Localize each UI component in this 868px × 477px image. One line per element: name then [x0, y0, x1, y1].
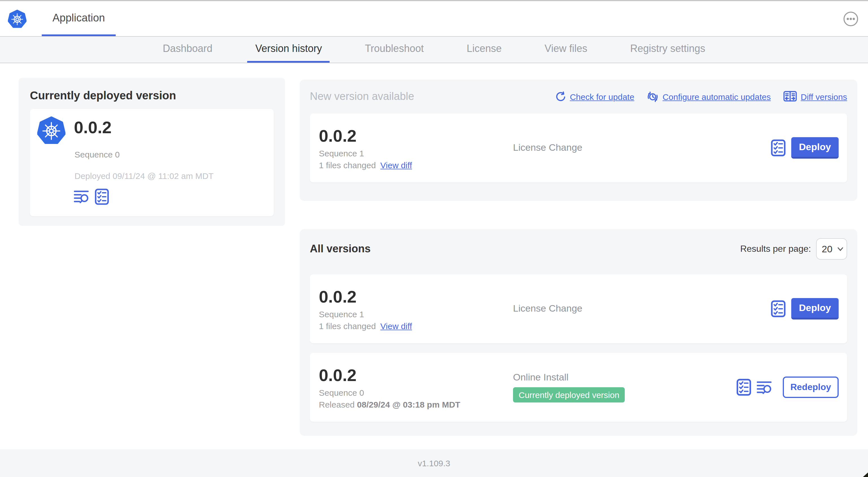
version-info: 0.0.2 Sequence 1 1 files changedView dif… [319, 287, 513, 330]
deploy-logs-button[interactable] [757, 380, 772, 394]
preflight-results-button[interactable] [771, 139, 785, 157]
tab-registry-settings[interactable]: Registry settings [622, 37, 713, 63]
checklist-icon [95, 188, 109, 205]
new-version-row: 0.0.2 Sequence 1 1 files changedView dif… [310, 114, 847, 182]
currently-deployed-title: Currently deployed version [30, 89, 274, 102]
deploy-button[interactable]: Deploy [791, 137, 839, 159]
check-for-update-link[interactable]: Check for update [555, 91, 634, 102]
new-version-title: New version available [310, 90, 414, 103]
deploy-button[interactable]: Deploy [791, 298, 839, 320]
deploy-logs-button[interactable] [74, 188, 89, 205]
footer: v1.109.3 [0, 449, 868, 477]
tab-troubleshoot[interactable]: Troubleshoot [357, 37, 432, 63]
preflight-results-button[interactable] [737, 378, 751, 396]
version-number: 0.0.2 [319, 126, 513, 145]
tab-version-history[interactable]: Version history [247, 37, 330, 63]
version-sequence: Sequence 1 [319, 148, 513, 158]
deployed-version-card: 0.0.2 Sequence 0 Deployed 09/11/24 @ 11:… [30, 109, 274, 216]
logs-icon [74, 190, 89, 204]
logs-icon [757, 380, 772, 394]
tab-dashboard[interactable]: Dashboard [155, 37, 220, 63]
schedule-clock-icon [647, 91, 659, 102]
checklist-icon [737, 378, 751, 396]
version-info: 0.0.2 Sequence 1 1 files changedView dif… [319, 126, 513, 170]
app-title: Application [53, 11, 105, 24]
app-tab-application[interactable]: Application [42, 1, 116, 36]
all-versions-title: All versions [310, 243, 371, 255]
version-source: License Change [513, 142, 582, 153]
diff-versions-link[interactable]: Diff versions [783, 91, 847, 102]
version-number: 0.0.2 [319, 287, 513, 306]
preflight-results-button[interactable] [771, 300, 785, 318]
diff-icon [783, 91, 797, 102]
results-per-page-label: Results per page: [740, 244, 811, 254]
view-diff-link[interactable]: View diff [380, 160, 412, 170]
refresh-icon [555, 91, 566, 102]
released-timestamp: Released 08/29/24 @ 03:18 pm MDT [319, 399, 513, 409]
files-changed: 1 files changedView diff [319, 321, 513, 330]
deployed-version-number: 0.0.2 [74, 118, 112, 137]
console-version: v1.109.3 [417, 458, 450, 468]
screen-corner-artifact [863, 473, 868, 477]
view-diff-link[interactable]: View diff [380, 321, 412, 330]
deployed-sequence: Sequence 0 [74, 150, 120, 159]
deployed-timestamp: Deployed 09/11/24 @ 11:02 am MDT [74, 171, 214, 181]
preflight-results-button[interactable] [95, 188, 109, 205]
checklist-icon [771, 139, 785, 157]
version-info: 0.0.2 Sequence 0 Released 08/29/24 @ 03:… [319, 365, 513, 409]
configure-automatic-updates-link[interactable]: Configure automatic updates [647, 91, 771, 102]
version-source: License Change [513, 303, 582, 315]
version-source: Online Install [513, 372, 568, 383]
version-history-page: Currently deployed version 0.0.2 Sequenc… [0, 63, 868, 449]
kubernetes-logo-icon [8, 9, 27, 28]
redeploy-button[interactable]: Redeploy [783, 377, 839, 398]
app-subnav: Dashboard Version history Troubleshoot L… [0, 36, 868, 63]
ellipsis-icon [843, 11, 859, 27]
version-row-sequence-1: 0.0.2 Sequence 1 1 files changedView dif… [310, 274, 847, 343]
all-versions-panel: All versions Results per page: 20 0.0.2 … [300, 229, 857, 436]
currently-deployed-panel: Currently deployed version 0.0.2 Sequenc… [19, 78, 285, 226]
currently-deployed-badge: Currently deployed version [513, 387, 625, 403]
kots-admin-console: Application Dashboard Version history Tr… [0, 0, 868, 477]
tab-view-files[interactable]: View files [537, 37, 595, 63]
version-row-sequence-0: 0.0.2 Sequence 0 Released 08/29/24 @ 03:… [310, 353, 847, 422]
top-bar: Application [0, 0, 868, 36]
checklist-icon [771, 300, 785, 318]
results-per-page-select[interactable]: 20 [816, 238, 847, 260]
tab-license[interactable]: License [459, 37, 509, 63]
version-number: 0.0.2 [319, 365, 513, 384]
version-sequence: Sequence 0 [319, 388, 513, 397]
more-menu-button[interactable] [843, 11, 859, 27]
version-sequence: Sequence 1 [319, 309, 513, 319]
new-version-panel: New version available Check for update [300, 80, 857, 201]
kubernetes-app-icon [37, 116, 65, 145]
files-changed: 1 files changedView diff [319, 160, 513, 170]
